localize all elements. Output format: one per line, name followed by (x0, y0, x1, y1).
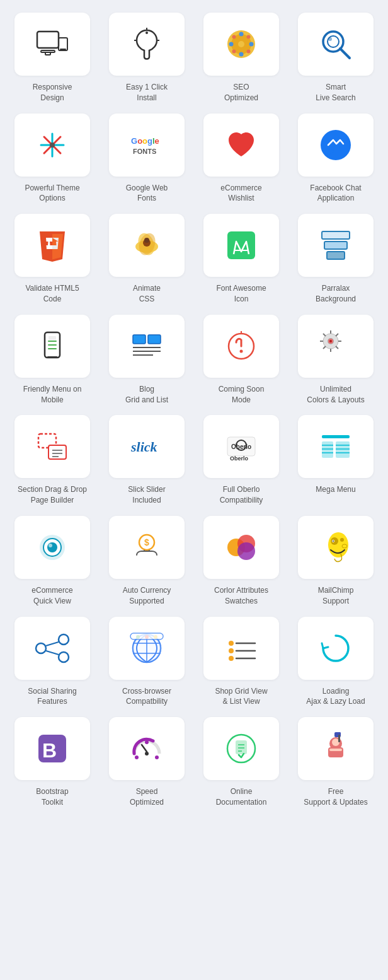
svg-rect-0 (37, 32, 59, 48)
feature-label-free-support-updates: Free Support & Updates (304, 786, 367, 808)
svg-line-67 (336, 346, 338, 349)
svg-point-16 (232, 35, 236, 39)
feature-item-friendly-menu-on-mobile: Friendly Menu on Mobile (10, 315, 94, 405)
feature-icon-color-attributes-swatches (203, 516, 279, 579)
feature-item-auto-currency-supported: $ Auto Currency Supported (105, 516, 189, 607)
feature-icon-free-support-updates (298, 717, 374, 780)
feature-label-loading-ajax-lazy-load: Loading Ajax & Lazy Load (306, 686, 365, 708)
feature-label-responsive-design: Responsive Design (33, 82, 72, 103)
svg-point-12 (239, 32, 244, 37)
svg-rect-53 (148, 335, 161, 344)
feature-label-bootstrap-toolkit: Bootstrap Toolkit (36, 786, 68, 808)
svg-point-19 (232, 50, 236, 54)
svg-rect-44 (324, 242, 347, 249)
svg-point-5 (146, 32, 148, 34)
svg-point-134 (135, 755, 139, 759)
svg-point-112 (59, 652, 69, 662)
svg-rect-84 (322, 435, 350, 438)
feature-item-section-drag-drop: Section Drag & Drop Page Builder (10, 415, 94, 506)
feature-item-slick-slider-included: slick Slick Slider Included (105, 415, 189, 506)
svg-point-95 (47, 542, 57, 552)
feature-label-auto-currency-supported: Auto Currency Supported (123, 585, 171, 607)
feature-item-mega-menu: Mega Menu (294, 415, 378, 506)
svg-line-113 (46, 642, 59, 646)
feature-label-section-drag-drop: Section Drag & Drop Page Builder (18, 484, 87, 506)
svg-rect-123 (130, 633, 163, 639)
feature-label-google-web-fonts: Google Web Fonts (126, 183, 168, 204)
svg-line-133 (142, 745, 147, 752)
svg-text:slick: slick (130, 439, 157, 455)
feature-label-slick-slider-included: Slick Slider Included (128, 484, 165, 506)
feature-icon-full-oberlo-compatibility: Oberlo Oberlo (203, 415, 279, 478)
feature-icon-mega-menu (298, 415, 374, 478)
feature-icon-paralax-background (298, 214, 374, 277)
feature-label-mega-menu: Mega Menu (316, 484, 355, 495)
feature-icon-validate-html5-code (14, 214, 90, 277)
svg-rect-51 (48, 336, 56, 340)
svg-rect-43 (322, 231, 350, 239)
feature-item-easy-1-click-install: Easy 1 Click Install (105, 13, 189, 103)
feature-icon-friendly-menu-on-mobile (14, 315, 90, 378)
svg-line-71 (323, 334, 326, 336)
feature-icon-coming-soon-mode (203, 315, 279, 378)
feature-icon-social-sharing-features (14, 617, 90, 680)
svg-rect-148 (338, 735, 340, 742)
feature-label-blog-grid-and-list: Blog Grid and List (125, 384, 168, 405)
feature-icon-font-awesome-icon (203, 214, 279, 277)
feature-label-full-oberlo-compatibility: Full Oberlo Compatibility (220, 484, 263, 506)
svg-rect-145 (329, 749, 342, 751)
feature-item-full-oberlo-compatibility: Oberlo Oberlo Full Oberlo Compatibility (199, 415, 283, 506)
svg-line-65 (336, 334, 338, 336)
feature-label-validate-html5-code: Validate HTML5 Code (25, 283, 79, 305)
feature-icon-shop-grid-list-view (203, 617, 279, 680)
feature-label-unlimited-colors-layouts: Unlimited Colors & Layouts (307, 384, 364, 405)
feature-item-animate-css: Animate CSS (105, 214, 189, 305)
feature-label-speed-optimized: Speed Optimized (130, 786, 164, 808)
feature-item-blog-grid-and-list: Blog Grid and List (105, 315, 189, 405)
feature-item-social-sharing-features: Social Sharing Features (10, 617, 94, 708)
svg-text:B: B (42, 739, 57, 762)
svg-point-135 (155, 755, 159, 759)
svg-point-31 (321, 130, 351, 160)
feature-item-facebook-chat-application: Facebook Chat Application (294, 114, 378, 204)
feature-item-seo-optimized: SEO Optimized (199, 13, 283, 103)
svg-point-109 (340, 538, 344, 542)
svg-rect-47 (47, 356, 57, 358)
feature-label-shop-grid-list-view: Shop Grid View & List View (215, 686, 267, 708)
svg-point-107 (333, 540, 334, 542)
feature-icon-bootstrap-toolkit: B (14, 717, 90, 780)
svg-point-125 (229, 648, 234, 653)
feature-icon-ecommerce-wishlist (203, 114, 279, 177)
svg-point-126 (229, 656, 234, 661)
svg-point-136 (145, 740, 149, 744)
svg-point-73 (329, 340, 332, 342)
feature-label-easy-1-click-install: Easy 1 Click Install (126, 82, 168, 103)
feature-label-coming-soon-mode: Coming Soon Mode (219, 384, 265, 405)
feature-icon-unlimited-colors-layouts (298, 315, 374, 378)
feature-label-ecommerce-quick-view: eCommerce Quick View (31, 585, 72, 607)
svg-point-15 (249, 42, 254, 47)
feature-icon-loading-ajax-lazy-load (298, 617, 374, 680)
svg-point-124 (229, 641, 234, 646)
feature-label-cross-browser-compatibility: Cross-browser Compatbility (122, 686, 171, 708)
feature-label-paralax-background: Parralax Background (316, 283, 356, 305)
feature-icon-cross-browser-compatibility (109, 617, 185, 680)
feature-item-bootstrap-toolkit: B Bootstrap Toolkit (10, 717, 94, 808)
feature-icon-slick-slider-included: slick (109, 415, 185, 478)
svg-line-114 (46, 651, 59, 655)
svg-point-17 (247, 50, 251, 54)
svg-text:$: $ (144, 537, 149, 547)
svg-text:Oberlo: Oberlo (230, 455, 249, 462)
feature-item-free-support-updates: Free Support & Updates (294, 717, 378, 808)
feature-icon-responsive-design (14, 13, 90, 76)
svg-point-103 (237, 542, 255, 560)
feature-label-smart-live-search: Smart Live Search (316, 82, 355, 103)
svg-point-110 (36, 643, 46, 653)
feature-label-mailchimp-support: MailChimp Support (318, 585, 354, 607)
svg-point-14 (229, 42, 234, 47)
svg-rect-85 (322, 441, 333, 458)
svg-point-96 (48, 544, 52, 547)
svg-point-108 (342, 544, 347, 548)
svg-rect-45 (327, 252, 345, 259)
svg-point-28 (50, 143, 55, 148)
